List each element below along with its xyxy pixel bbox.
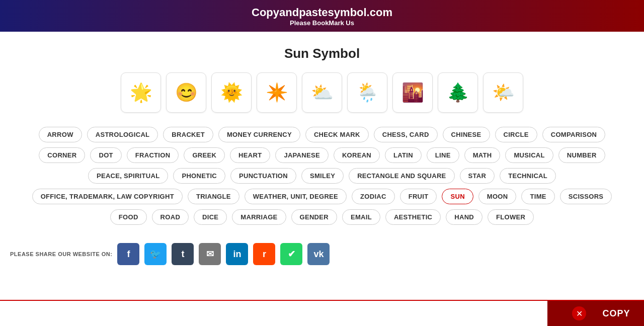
category-tag[interactable]: DICE — [194, 209, 227, 225]
category-tag[interactable]: CORNER — [39, 147, 85, 163]
category-tag[interactable]: ASTROLOGICAL — [87, 127, 158, 142]
category-tag[interactable]: MOON — [478, 189, 517, 204]
category-tag[interactable]: SMILEY — [301, 168, 344, 184]
category-tag[interactable]: PEACE, SPIRITUAL — [88, 168, 168, 184]
category-tag[interactable]: MATH — [464, 147, 501, 163]
category-tag[interactable]: MARRIAGE — [232, 209, 286, 225]
category-tag[interactable]: RECTANGLE AND SQUARE — [349, 168, 454, 184]
category-tag[interactable]: DOT — [90, 147, 121, 163]
share-linkedin-button[interactable]: in — [226, 243, 248, 265]
symbol-icon[interactable]: ⛅ — [302, 72, 342, 113]
site-title: Copyandpastesymbol.com — [0, 6, 644, 19]
category-tag[interactable]: FRUIT — [400, 189, 437, 204]
share-vk-button[interactable]: vk — [307, 243, 330, 265]
category-tag[interactable]: ZODIAC — [352, 189, 395, 204]
category-tag[interactable]: KOREAN — [334, 147, 380, 163]
category-tag[interactable]: CHESS, CARD — [374, 127, 438, 142]
categories-container: ARROWASTROLOGICALBRACKETMONEY CURRENCYCH… — [0, 127, 644, 225]
category-tag[interactable]: ARROW — [39, 127, 82, 142]
category-tag[interactable]: GREEK — [184, 147, 225, 163]
category-tag[interactable]: FRACTION — [127, 147, 179, 163]
category-tag[interactable]: SUN — [442, 189, 473, 204]
category-tag[interactable]: HAND — [446, 209, 482, 225]
category-tag[interactable]: MONEY CURRENCY — [218, 127, 300, 142]
symbol-icon[interactable]: 🌲 — [438, 72, 478, 113]
share-tumblr-button[interactable]: t — [172, 243, 194, 265]
symbol-icon[interactable]: ✴️ — [257, 72, 297, 113]
category-tag[interactable]: HEART — [230, 147, 270, 163]
symbol-icon[interactable]: 🌦️ — [347, 72, 387, 113]
category-tag[interactable]: TECHNICAL — [500, 168, 556, 184]
page-title: Sun Symbol — [0, 46, 644, 61]
category-tag[interactable]: COMPARISON — [542, 127, 606, 142]
category-tag[interactable]: LATIN — [385, 147, 422, 163]
category-tag[interactable]: GENDER — [291, 209, 337, 225]
category-tag[interactable]: MUSICAL — [505, 147, 553, 163]
category-tag[interactable]: CHECK MARK — [305, 127, 369, 142]
category-tag[interactable]: SCISSORS — [560, 189, 612, 204]
category-tag[interactable]: JAPANESE — [275, 147, 329, 163]
share-twitter-button[interactable]: 🐦 — [144, 243, 167, 265]
category-tag[interactable]: ROAD — [152, 209, 189, 225]
symbol-icon[interactable]: 🌞 — [211, 72, 252, 113]
copy-input[interactable] — [0, 301, 644, 303]
category-tag[interactable]: FLOWER — [488, 209, 534, 225]
category-tag[interactable]: BRACKET — [163, 127, 213, 142]
copy-button[interactable]: COPY — [589, 301, 644, 303]
share-reddit-button[interactable]: r — [253, 243, 275, 265]
category-tag[interactable]: TRIANGLE — [188, 189, 239, 204]
symbol-icon[interactable]: 🌟 — [121, 72, 161, 113]
category-tag[interactable]: FOOD — [110, 209, 147, 225]
category-tag[interactable]: EMAIL — [342, 209, 380, 225]
symbol-icon[interactable]: 🌇 — [392, 72, 433, 113]
category-tag[interactable]: WEATHER, UNIT, DEGREE — [245, 189, 347, 204]
share-facebook-button[interactable]: f — [117, 243, 139, 265]
symbols-row: 🌟😊🌞✴️⛅🌦️🌇🌲🌤️ — [0, 72, 644, 113]
category-tag[interactable]: OFFICE, TRADEMARK, LAW COPYRIGHT — [32, 189, 183, 204]
site-subtitle: Please BookMark Us — [0, 19, 644, 27]
category-tag[interactable]: STAR — [460, 168, 495, 184]
category-tag[interactable]: AESTHETIC — [385, 209, 441, 225]
category-tag[interactable]: CIRCLE — [495, 127, 537, 142]
share-label: PLEASE SHARE OUR WEBSITE ON: — [10, 251, 112, 257]
symbol-icon[interactable]: 😊 — [166, 72, 206, 113]
category-tag[interactable]: PHONETIC — [173, 168, 225, 184]
share-whatsapp-button[interactable]: ✔ — [280, 243, 302, 265]
category-tag[interactable]: CHINESE — [443, 127, 490, 142]
category-tag[interactable]: TIME — [521, 189, 554, 204]
category-tag[interactable]: NUMBER — [558, 147, 605, 163]
category-tag[interactable]: PUNCTUATION — [230, 168, 296, 184]
copy-bar: ✕ COPY — [0, 300, 644, 303]
category-tag[interactable]: LINE — [427, 147, 459, 163]
site-header: Copyandpastesymbol.com Please BookMark U… — [0, 0, 644, 32]
share-section: PLEASE SHARE OUR WEBSITE ON: f🐦t✉inr✔vk — [0, 235, 644, 273]
symbol-icon[interactable]: 🌤️ — [483, 72, 523, 113]
share-email-button[interactable]: ✉ — [199, 243, 221, 265]
